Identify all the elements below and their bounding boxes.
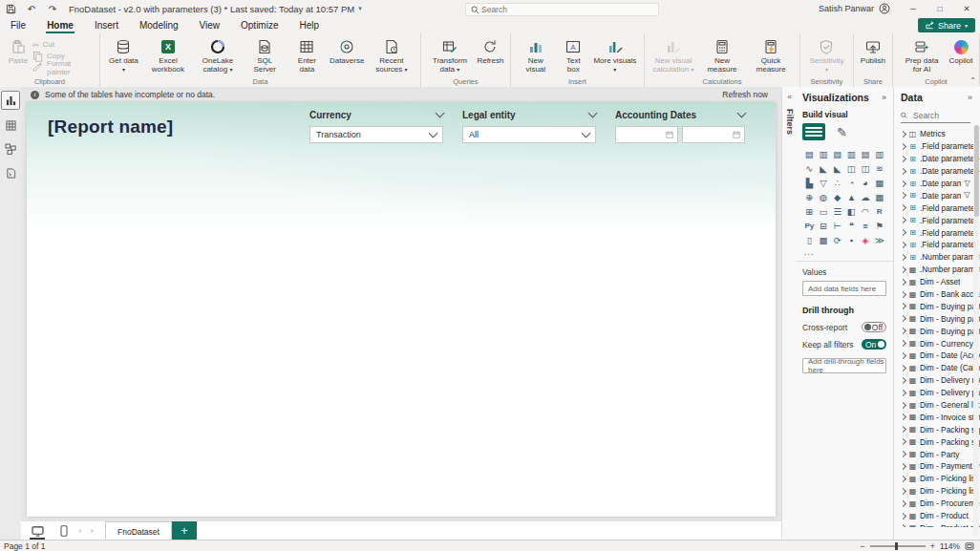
zoom-slider-thumb[interactable] <box>895 542 898 550</box>
stacked-area-chart-icon[interactable]: ◣ <box>830 161 844 175</box>
chevron-down-icon[interactable] <box>737 109 747 118</box>
menu-optimize[interactable]: Optimize <box>230 17 288 33</box>
pie-chart-icon[interactable]: ◔ <box>844 176 859 189</box>
report-view-button[interactable] <box>1 91 20 110</box>
zoom-out-button[interactable]: − <box>860 541 864 551</box>
report-title[interactable]: [Report name] <box>48 117 173 138</box>
ribbon-get-data-button[interactable]: Get data ▾ <box>104 36 143 75</box>
data-field-row[interactable]: ▦Dim - Party <box>901 448 980 460</box>
data-field-row[interactable]: ▦Dim - Product <box>901 510 980 522</box>
expand-field-icon[interactable] <box>901 365 906 371</box>
expand-field-icon[interactable] <box>901 401 906 408</box>
data-field-row[interactable]: ⊞.Date paramet... <box>901 178 980 190</box>
expand-field-icon[interactable] <box>901 290 906 297</box>
python-visual-icon[interactable]: Py <box>802 219 817 232</box>
ribbon-enter-data-button[interactable]: Enter data <box>287 36 327 75</box>
arcgis-map-icon[interactable]: ☁ <box>859 190 873 203</box>
ribbon-publish-button[interactable]: Publish <box>858 36 888 67</box>
ribbon-dataverse-button[interactable]: Dataverse <box>327 36 367 67</box>
data-field-row[interactable]: ◫Metrics <box>901 128 980 140</box>
matrix-icon[interactable]: ⊞ <box>802 204 817 218</box>
dax-query-view-button[interactable] <box>2 164 19 181</box>
data-field-row[interactable]: ▦Dim - Bank account <box>901 288 980 301</box>
chevron-down-icon[interactable] <box>588 109 598 118</box>
data-field-row[interactable]: ⊞.Date parameter - Ba... <box>901 165 980 178</box>
slicer-new-icon[interactable]: ▪ <box>844 233 859 246</box>
expand-field-icon[interactable] <box>901 143 906 150</box>
format-visual-icon[interactable]: ✎ <box>837 125 847 139</box>
expand-field-icon[interactable] <box>901 451 906 457</box>
model-view-button[interactable] <box>2 140 19 158</box>
expand-field-icon[interactable] <box>901 476 906 482</box>
area-chart-icon[interactable]: ◣ <box>817 161 831 175</box>
data-field-row[interactable]: ⊞.Field parameter - Cr... <box>901 214 980 226</box>
title-dropdown-icon[interactable]: ▾ <box>358 5 362 12</box>
currency-dropdown[interactable]: Transaction <box>309 126 443 143</box>
key-influencers-icon[interactable]: ⊟ <box>817 219 831 232</box>
expand-field-icon[interactable] <box>901 168 906 175</box>
ribbon-more-visuals-button[interactable]: More visuals ▾ <box>590 36 640 75</box>
ribbon-transform-data-button[interactable]: Transform data ▾ <box>425 36 475 75</box>
expand-field-icon[interactable] <box>901 524 906 527</box>
ribbon-new-measure-button[interactable]: New measure <box>698 36 746 75</box>
share-button[interactable]: Share ▾ <box>918 18 975 32</box>
expand-field-icon[interactable] <box>901 303 906 309</box>
ribbon-copilot-button[interactable]: Copilot <box>947 36 975 67</box>
clustered-column-chart-icon[interactable]: ▥ <box>844 147 859 160</box>
expand-field-icon[interactable] <box>901 254 906 261</box>
data-search-box[interactable] <box>901 109 970 123</box>
r-script-visual-icon[interactable]: R <box>872 204 886 218</box>
zoom-in-button[interactable]: + <box>930 541 935 551</box>
page-tab-active[interactable]: FnoDataset <box>105 521 172 540</box>
data-field-row[interactable]: ⊞.Field parameter - A... <box>901 201 980 214</box>
menu-file[interactable]: File <box>0 17 36 33</box>
add-drill-through-fields-well[interactable]: Add drill-through fields here <box>802 358 886 373</box>
line-chart-icon[interactable]: ∿ <box>802 161 817 175</box>
filled-map-icon[interactable]: ◍ <box>817 190 831 203</box>
more-visual-icon[interactable]: ≫ <box>872 233 886 246</box>
expand-field-icon[interactable] <box>901 413 906 420</box>
expand-field-icon[interactable] <box>901 204 906 211</box>
maximize-button[interactable]: □ <box>927 0 953 17</box>
data-field-row[interactable]: ▦Dim - Payment Posta... <box>901 460 980 473</box>
data-field-row[interactable]: ⊞.Field parameter - Cu... <box>901 140 980 153</box>
expand-field-icon[interactable] <box>901 279 906 286</box>
expand-field-icon[interactable] <box>901 377 906 384</box>
clustered-bar-chart-icon[interactable]: ▤ <box>830 147 844 160</box>
data-field-row[interactable]: ▦Dim - Procurement c... <box>901 498 980 510</box>
100-stacked-bar-chart-icon[interactable]: ▤ <box>859 147 873 160</box>
treemap-icon[interactable]: ▦ <box>872 176 886 189</box>
close-button[interactable]: ✕ <box>953 0 980 17</box>
data-field-row[interactable]: ⊞.Date paramet... <box>901 189 980 201</box>
cross-report-toggle[interactable]: Off <box>862 322 886 332</box>
menu-modeling[interactable]: Modeling <box>129 17 189 33</box>
decomposition-tree-icon[interactable]: ⊢ <box>830 219 844 232</box>
data-field-row[interactable]: ▦.Number parameter ... <box>901 264 980 276</box>
expand-field-icon[interactable] <box>901 156 906 162</box>
end-date-input[interactable] <box>682 126 745 143</box>
qa-visual-icon[interactable]: ❝ <box>844 219 859 232</box>
data-field-row[interactable]: ▦Dim - Date (Account... <box>901 350 980 362</box>
chevron-down-icon[interactable] <box>436 109 445 118</box>
line-clustered-column-chart-icon[interactable]: ◫ <box>859 161 873 175</box>
next-page-icon[interactable]: › <box>86 526 97 536</box>
expand-field-icon[interactable] <box>901 352 906 359</box>
ribbon-onelake-catalog-button[interactable]: OneLake catalog ▾ <box>193 36 243 75</box>
data-field-row[interactable]: ▦Dim - Invoice status <box>901 411 980 423</box>
expand-field-icon[interactable] <box>901 463 906 470</box>
avatar[interactable] <box>879 3 890 14</box>
previous-page-icon[interactable]: ‹ <box>75 526 86 536</box>
menu-view[interactable]: View <box>189 17 231 33</box>
map-icon[interactable]: ⊕ <box>802 190 817 203</box>
undo-icon[interactable]: ↶ <box>21 0 42 17</box>
smart-narrative-icon[interactable]: ≡ <box>859 219 873 232</box>
ribbon-excel-workbook-button[interactable]: XExcel workbook <box>143 36 193 75</box>
data-field-row[interactable]: ▦Dim - Packing slip n... <box>901 435 980 448</box>
table-icon[interactable]: ▦ <box>872 190 886 203</box>
data-pane-scrollbar[interactable] <box>973 125 979 536</box>
data-field-row[interactable]: ▦Dim - Buying party <box>901 300 980 312</box>
data-field-row[interactable]: ▦Dim - Picking list nu... <box>901 485 980 498</box>
paginated-visual-icon[interactable]: ◈ <box>859 233 873 246</box>
expand-field-icon[interactable] <box>901 242 906 248</box>
donut-chart-icon[interactable]: ◕ <box>859 176 873 189</box>
